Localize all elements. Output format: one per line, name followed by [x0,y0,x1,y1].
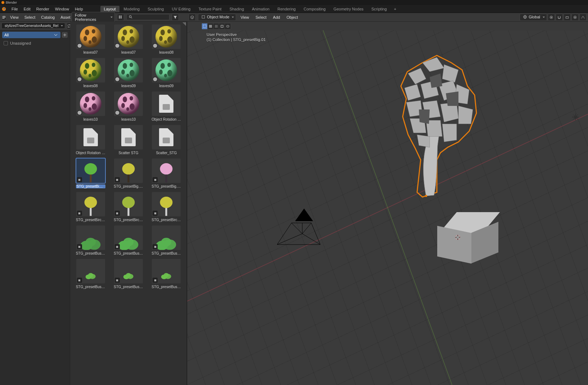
asset-search-input[interactable] [126,14,169,20]
workspace-sculpting[interactable]: Sculpting [144,6,167,12]
asset-item[interactable]: leaves08 [149,24,184,54]
asset-thumbnail[interactable] [152,125,181,149]
asset-item[interactable]: Object Rotation t… [73,125,108,155]
asset-thumbnail[interactable] [152,158,181,183]
vp-menu-select[interactable]: Select [253,15,269,19]
workspace-shading[interactable]: Shading [226,6,248,12]
vp-menu-view[interactable]: View [238,15,251,19]
asset-thumbnail[interactable] [76,192,105,216]
workspace-layout[interactable]: Layout [100,6,119,12]
select-mode-intersect[interactable] [225,23,231,29]
asset-thumbnail[interactable] [114,192,143,216]
asset-item[interactable]: STG_presetBig.01 [73,158,108,188]
asset-item[interactable]: leaves10 [73,91,108,121]
asset-thumbnail[interactable] [152,192,181,216]
vp-menu-add[interactable]: Add [271,15,282,19]
asset-item[interactable]: leaves07 [111,24,146,54]
asset-item[interactable]: STG_presetBush.02 [111,225,146,255]
light-object[interactable] [571,113,579,121]
area-split-handle[interactable] [182,22,186,26]
menu-render[interactable]: Render [33,7,52,11]
workspace-texpaint[interactable]: Texture Paint [195,6,225,12]
editor-type-asset-icon[interactable] [1,14,6,20]
menu-file[interactable]: File [9,7,21,11]
asset-thumbnail[interactable] [76,91,105,116]
catalog-collapse-icon[interactable] [53,32,58,37]
catalog-unassigned[interactable]: Unassigned [0,40,70,47]
asset-display-options-icon[interactable] [117,14,124,21]
asset-thumbnail[interactable] [76,158,105,183]
asset-thumbnail[interactable] [152,24,181,49]
catalog-add-button[interactable] [62,32,68,38]
asset-item[interactable]: STG_presetBig.02 [111,158,146,188]
asset-thumbnail[interactable] [114,259,143,283]
asset-item[interactable]: leaves09 [111,58,146,88]
asset-thumbnail[interactable] [152,58,181,82]
catalog-all[interactable]: All [2,32,60,38]
asset-item[interactable]: leaves08 [73,58,108,88]
select-mode-subtract[interactable] [213,23,219,29]
asset-thumbnail[interactable] [114,24,143,49]
workspace-rendering[interactable]: Rendering [274,6,299,12]
workspace-geonodes[interactable]: Geometry Nodes [330,6,367,12]
asset-thumbnail[interactable] [114,58,143,82]
asset-item[interactable]: STG_presetBush.01 [73,225,108,255]
asset-item[interactable]: leaves10 [111,91,146,121]
snap-toggle-icon[interactable] [556,14,563,21]
3d-viewport[interactable]: User Perspective (1) Collection | STG_pr… [187,22,588,385]
select-mode-extend[interactable] [208,23,213,29]
asset-menu-view[interactable]: View [8,15,21,19]
snap-options-icon[interactable] [564,14,571,21]
asset-item[interactable]: STG_presetBushBi… [73,259,108,289]
asset-import-method-dropdown[interactable]: Follow Preferences [72,12,115,23]
asset-thumbnail[interactable] [114,158,143,183]
proportional-edit-icon[interactable] [571,14,579,21]
workspace-uv[interactable]: UV Editing [168,6,194,12]
select-mode-invert[interactable] [219,23,225,29]
transform-orientation-dropdown[interactable]: Global [520,14,547,21]
workspace-comp[interactable]: Compositing [300,6,329,12]
asset-thumbnail[interactable] [152,91,181,116]
tree-object-selected[interactable] [386,52,480,203]
workspace-scripting[interactable]: Scripting [368,6,390,12]
asset-thumbnail[interactable] [114,225,143,250]
asset-item[interactable]: STG_presetBushBi… [149,259,184,289]
asset-item[interactable]: STG_presetBirch… [111,192,146,222]
workspace-modeling[interactable]: Modeling [120,6,144,12]
interaction-mode-dropdown[interactable]: Object Mode [198,14,236,21]
asset-grid-panel[interactable]: leaves07 leaves07 leaves08 leaves08 leav… [70,22,187,385]
asset-item[interactable]: Scatter_STG [149,125,184,155]
cube-object[interactable] [440,212,491,255]
asset-library-dropdown[interactable]: stylizedTreeGeneratorAssets_Rel [1,23,65,29]
proportional-falloff-icon[interactable] [579,14,587,21]
menu-help[interactable]: Help [72,7,86,11]
asset-thumbnail[interactable] [114,125,143,149]
workspace-add[interactable]: + [391,6,399,12]
asset-thumbnail[interactable] [76,24,105,49]
asset-menu-select[interactable]: Select [22,15,38,19]
menu-window[interactable]: Window [52,7,72,11]
asset-thumbnail[interactable] [76,125,105,149]
asset-menu-catalog[interactable]: Catalog [39,15,57,19]
asset-thumbnail[interactable] [114,91,143,116]
vp-menu-object[interactable]: Object [284,15,300,19]
asset-thumbnail[interactable] [76,58,105,82]
asset-item[interactable]: STG_presetBig.03 [149,158,184,188]
asset-item[interactable]: Scatter STG [111,125,146,155]
asset-filter-icon[interactable] [172,14,179,21]
pivot-point-icon[interactable] [548,14,555,21]
asset-item[interactable]: STG_presetBirch… [149,192,184,222]
asset-item[interactable]: Object Rotation t… [149,91,184,121]
workspace-anim[interactable]: Animation [248,6,273,12]
asset-thumbnail[interactable] [76,225,105,250]
asset-thumbnail[interactable] [76,259,105,283]
editor-type-3dview-icon[interactable] [189,14,196,21]
menu-edit[interactable]: Edit [21,7,33,11]
asset-thumbnail[interactable] [152,225,181,250]
asset-item[interactable]: leaves07 [73,24,108,54]
asset-item[interactable]: STG_presetBush.03 [149,225,184,255]
asset-item[interactable]: STG_presetBirch… [73,192,108,222]
asset-thumbnail[interactable] [152,259,181,283]
asset-item[interactable]: leaves09 [149,58,184,88]
asset-item[interactable]: STG_presetBushBi… [111,259,146,289]
